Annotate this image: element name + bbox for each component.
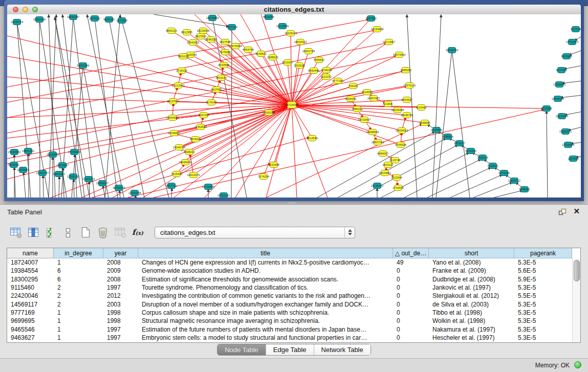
cell-year[interactable]: 2008	[103, 259, 138, 266]
cell-name[interactable]: 14569117	[7, 301, 54, 308]
cell-year[interactable]: 2009	[103, 267, 138, 274]
cell-name[interactable]: 18724007	[7, 259, 54, 266]
table-row[interactable]: 1872400712008Changes of HCN gene express…	[7, 258, 580, 267]
cell-short[interactable]: Stergiakouli et al. (2012)	[429, 292, 514, 299]
cell-year[interactable]: 1997	[103, 334, 138, 341]
cell-title[interactable]: Changes of HCN gene expression and I(f) …	[138, 259, 393, 266]
cell-out_degree[interactable]: 0	[393, 276, 429, 283]
table-row[interactable]: 1456911722003Disruption of a novel membe…	[7, 300, 580, 308]
cell-pagerank[interactable]: 5.9E-5	[514, 276, 572, 283]
cell-in_degree[interactable]: 2	[54, 292, 103, 299]
cell-pagerank[interactable]: 5.3E-5	[514, 284, 572, 291]
cell-name[interactable]: 9699695	[7, 317, 54, 324]
cell-out_degree[interactable]: 49	[393, 259, 429, 266]
cell-name[interactable]: 19384554	[7, 267, 54, 274]
table-row[interactable]: 1830029562008Estimation of significance …	[7, 275, 580, 283]
cell-title[interactable]: Tourette syndrome. Phenomenology and cla…	[138, 284, 393, 291]
cell-in_degree[interactable]: 1	[54, 309, 103, 316]
cell-in_degree[interactable]: 1	[54, 334, 103, 341]
cell-title[interactable]: Estimation of significance thresholds fo…	[138, 276, 393, 283]
cell-short[interactable]: Dudbridge et al. (2008)	[429, 276, 514, 283]
cell-name[interactable]: 9777169	[7, 309, 54, 316]
cell-short[interactable]: Nakamura et al. (1997)	[429, 326, 514, 333]
column-header-name[interactable]: name	[7, 248, 54, 258]
cell-year[interactable]: 1997	[103, 284, 138, 291]
cell-year[interactable]: 1998	[103, 317, 138, 324]
cell-short[interactable]: Wolkin et al. (1998)	[429, 317, 514, 324]
cell-name[interactable]: 9463627	[7, 334, 54, 341]
cell-in_degree[interactable]: 1	[54, 259, 103, 266]
row-height-icon[interactable]	[60, 225, 76, 239]
table-row[interactable]: 1938455462009Genome-wide association stu…	[7, 267, 580, 275]
cell-out_degree[interactable]: 0	[393, 284, 429, 291]
cell-year[interactable]: 1998	[103, 309, 138, 316]
tab-node-table[interactable]: Node Table	[217, 344, 266, 355]
column-header-year[interactable]: year	[103, 248, 138, 258]
cell-short[interactable]: de Silva et al. (2003)	[429, 301, 514, 308]
cell-title[interactable]: Genome-wide association studies in ADHD.	[138, 267, 393, 274]
cell-out_degree[interactable]: 0	[393, 334, 429, 341]
cell-name[interactable]: 9115460	[7, 284, 54, 291]
tab-network-table[interactable]: Network Table	[314, 344, 371, 355]
table-row[interactable]: 2242004622012Investigating the contribut…	[7, 292, 580, 300]
table-selector-dropdown[interactable]: citations_edges.txt	[155, 227, 355, 238]
cell-in_degree[interactable]: 6	[54, 267, 103, 274]
table-row[interactable]: 977716911998Corpus callosum shape and si…	[7, 309, 580, 317]
table-row[interactable]: 946362711997Embryonic stem cells: a mode…	[7, 334, 580, 342]
column-header-pagerank[interactable]: pagerank	[514, 248, 572, 258]
function-builder-icon[interactable]: f(x)	[130, 225, 145, 239]
close-icon[interactable]: ✕	[573, 207, 580, 216]
table-vertical-scrollbar[interactable]	[572, 258, 580, 342]
cell-out_degree[interactable]: 0	[393, 267, 429, 274]
cell-out_degree[interactable]: 0	[393, 292, 429, 299]
cell-name[interactable]: 22420046	[7, 292, 54, 299]
cell-title[interactable]: Structural magnetic resonance image aver…	[138, 317, 393, 324]
table-row[interactable]: 946554611997Estimation of the future num…	[7, 325, 580, 333]
row-check-icon[interactable]	[43, 225, 58, 239]
cell-year[interactable]: 2012	[103, 292, 138, 299]
column-header-title[interactable]: title	[138, 248, 393, 258]
tab-edge-table[interactable]: Edge Table	[266, 344, 314, 355]
column-header-out_degree[interactable]: △ out_de…	[393, 248, 429, 258]
cell-year[interactable]: 1997	[103, 326, 138, 333]
cell-year[interactable]: 2008	[103, 276, 138, 283]
cell-out_degree[interactable]: 0	[393, 326, 429, 333]
cell-pagerank[interactable]: 5.3E-5	[514, 317, 572, 324]
cell-title[interactable]: Corpus callosum shape and size in male p…	[138, 309, 393, 316]
cell-short[interactable]: Yano et al. (2008)	[429, 259, 514, 266]
delete-table-icon[interactable]	[113, 225, 128, 239]
new-table-icon[interactable]	[78, 225, 93, 239]
cell-pagerank[interactable]: 5.5E-5	[514, 292, 572, 299]
column-visibility-icon[interactable]	[26, 225, 41, 239]
cell-pagerank[interactable]: 5.3E-5	[514, 309, 572, 316]
table-settings-icon[interactable]	[8, 225, 24, 239]
column-header-short[interactable]: short	[429, 248, 514, 258]
cell-title[interactable]: Investigating the contribution of common…	[138, 292, 393, 299]
cell-name[interactable]: 9465546	[7, 326, 54, 333]
cell-name[interactable]: 18300295	[7, 276, 54, 283]
network-window-titlebar[interactable]: citations_edges.txt	[7, 5, 581, 15]
cell-in_degree[interactable]: 2	[54, 284, 103, 291]
cell-pagerank[interactable]: 5.3E-5	[514, 301, 572, 308]
cell-out_degree[interactable]: 0	[393, 317, 429, 324]
memory-status-icon[interactable]	[574, 361, 581, 368]
cell-short[interactable]: Hescheler et al. (1997)	[429, 334, 514, 341]
panel-splitter-handle[interactable]	[288, 202, 296, 204]
cell-in_degree[interactable]: 1	[54, 326, 103, 333]
cell-in_degree[interactable]: 2	[54, 301, 103, 308]
table-row[interactable]: 911546021997Tourette syndrome. Phenomeno…	[7, 283, 580, 292]
cell-title[interactable]: Disruption of a novel member of a sodium…	[138, 301, 393, 308]
cell-pagerank[interactable]: 5.3E-5	[514, 334, 572, 341]
cell-title[interactable]: Embryonic stem cells: a model to study s…	[138, 334, 393, 341]
float-window-icon[interactable]	[558, 208, 567, 215]
cell-pagerank[interactable]: 5.6E-5	[514, 267, 572, 274]
cell-in_degree[interactable]: 1	[54, 317, 103, 324]
cell-short[interactable]: Jankovic et al. (1997)	[429, 284, 514, 291]
cell-out_degree[interactable]: 0	[393, 309, 429, 316]
network-graph[interactable]: 1405572420691406106532871527602686616010…	[7, 14, 581, 198]
cell-pagerank[interactable]: 5.3E-5	[514, 326, 572, 333]
cell-year[interactable]: 2003	[103, 301, 138, 308]
table-row[interactable]: 969969511998Structural magnetic resonanc…	[7, 317, 580, 325]
scrollbar-thumb[interactable]	[574, 260, 580, 281]
column-header-in_degree[interactable]: in_degree	[54, 248, 103, 258]
